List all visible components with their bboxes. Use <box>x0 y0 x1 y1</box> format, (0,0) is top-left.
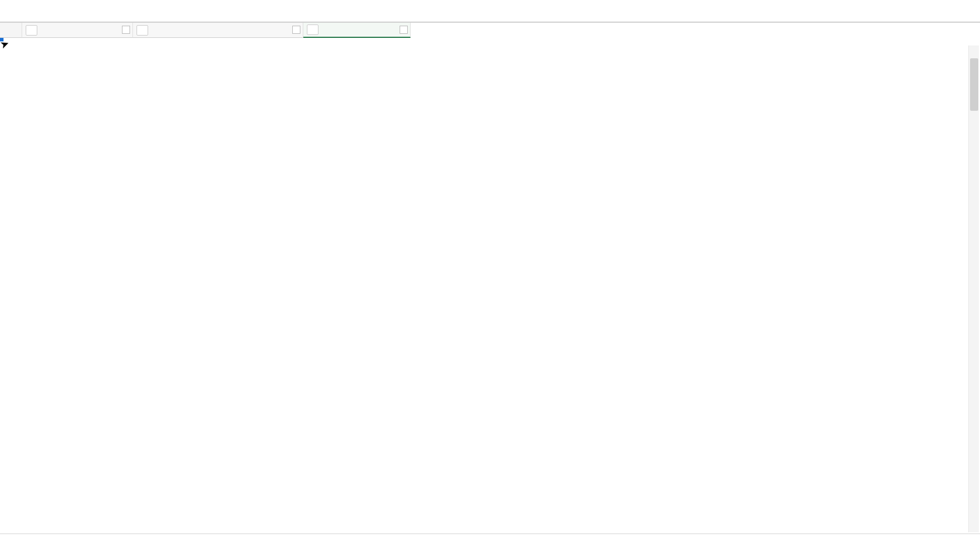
formula-text[interactable] <box>51 10 959 12</box>
cursor-pointer-icon: ➤ <box>0 37 10 52</box>
formula-accept-icon[interactable] <box>20 3 35 19</box>
type-text-icon <box>136 25 148 36</box>
table-menu-button[interactable] <box>0 23 22 38</box>
filter-dropdown-icon[interactable] <box>400 26 408 34</box>
formula-bar <box>0 0 980 22</box>
type-text-icon <box>307 24 318 35</box>
filter-dropdown-icon[interactable] <box>122 26 130 34</box>
type-text-icon <box>26 25 37 36</box>
formula-cancel-icon[interactable] <box>5 3 20 19</box>
vertical-scrollbar[interactable] <box>968 45 979 532</box>
scroll-thumb[interactable] <box>970 58 978 111</box>
column-header-competitor[interactable] <box>133 23 303 38</box>
column-header-amount[interactable] <box>303 23 411 38</box>
column-header-opportunity[interactable] <box>22 23 133 38</box>
filter-dropdown-icon[interactable] <box>292 26 300 34</box>
column-headers <box>0 22 980 38</box>
data-grid: ➤ <box>0 22 980 534</box>
status-bar <box>0 534 980 551</box>
